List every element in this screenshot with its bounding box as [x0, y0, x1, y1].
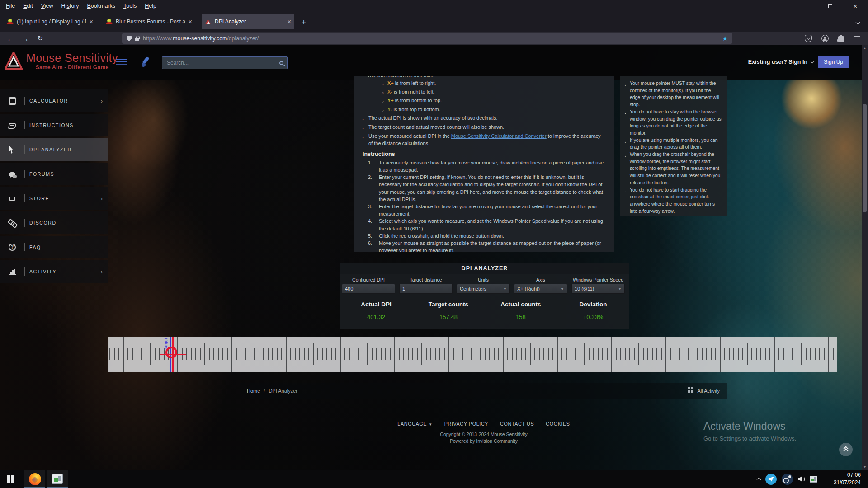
- tab-close-icon[interactable]: ×: [288, 18, 291, 25]
- sidebar-item-store[interactable]: STORE›: [0, 187, 108, 210]
- ruler-tick: [322, 348, 323, 360]
- new-tab-button[interactable]: +: [302, 18, 306, 27]
- menu-help[interactable]: Help: [141, 3, 160, 9]
- ruler-tick: [706, 348, 707, 360]
- tab-1-input-lag-display-lag-net[interactable]: (1) Input Lag / Display Lag / Net×: [4, 14, 96, 29]
- ruler-tick: [467, 348, 467, 360]
- sign-in-link[interactable]: Existing user? Sign In: [748, 59, 814, 65]
- scroll-up-arrow[interactable]: ▲: [862, 47, 868, 50]
- ruler-tick: [697, 348, 698, 360]
- tab-close-icon[interactable]: ×: [189, 18, 192, 25]
- site-menu-icon[interactable]: [116, 59, 127, 66]
- extensions-icon[interactable]: [838, 36, 844, 42]
- tab-close-icon[interactable]: ×: [90, 18, 93, 25]
- breadcrumb-home-link[interactable]: Home: [247, 388, 260, 394]
- sidebar-item-faq[interactable]: ?FAQ: [0, 236, 108, 258]
- sidebar-item-activity[interactable]: ACTIVITY›: [0, 260, 108, 283]
- taskbar-app-button[interactable]: [47, 470, 68, 488]
- target-distance-input[interactable]: [399, 284, 453, 294]
- chevron-down-icon: ▼: [618, 287, 622, 291]
- site-logo[interactable]: Mouse Sensitivity Same Aim - Different G…: [5, 52, 118, 70]
- result-label: Deviation: [557, 301, 629, 308]
- sidebar-item-discord[interactable]: DISCORD: [0, 211, 108, 234]
- note-item: ▪Your mouse pointer MUST stay within the…: [625, 80, 722, 108]
- search-icon[interactable]: [279, 61, 283, 65]
- menu-view[interactable]: View: [37, 3, 57, 9]
- tray-expand-icon[interactable]: [757, 478, 761, 482]
- ruler-tick: [589, 348, 590, 360]
- instruction-step: 5.Click the red crosshair, and hold the …: [368, 232, 606, 239]
- sidebar-item-instructions[interactable]: INSTRUCTIONS: [0, 114, 108, 136]
- menu-tools[interactable]: Tools: [119, 3, 141, 9]
- tab-dpi-analyzer[interactable]: DPI Analyzer×: [202, 14, 294, 29]
- clock-time: 07:06: [834, 471, 861, 479]
- telegram-icon[interactable]: [765, 474, 777, 485]
- ruler-tick: [417, 348, 418, 360]
- close-button[interactable]: ×: [843, 0, 868, 12]
- units-select[interactable]: Centimeters▼: [457, 284, 510, 294]
- windows-logo-icon: [7, 475, 14, 483]
- sidebar-item-forums[interactable]: FORUMS: [0, 163, 108, 185]
- url-bar[interactable]: https://www.mouse-sensitivity.com/dpiana…: [122, 33, 732, 44]
- account-icon[interactable]: [821, 35, 829, 42]
- menu-file[interactable]: File: [2, 3, 19, 9]
- minimize-button[interactable]: [792, 0, 817, 12]
- list-all-tabs-button[interactable]: [856, 21, 861, 25]
- footer-link-contact-us[interactable]: CONTACT US: [500, 421, 534, 427]
- ruler-tick: [421, 343, 422, 365]
- ruler-tick: [715, 348, 716, 360]
- tracking-shield-icon[interactable]: [127, 36, 132, 42]
- list-item: ○Y- is from top to bottom.: [382, 106, 606, 114]
- search-input[interactable]: [166, 59, 279, 66]
- sidebar-item-label: CALCULATOR: [29, 98, 68, 103]
- scrollbar-thumb[interactable]: [863, 104, 867, 212]
- lock-icon[interactable]: [135, 38, 139, 41]
- instruction-step: 6.Move your mouse as straight as possibl…: [368, 239, 606, 252]
- bookmark-star-icon[interactable]: ★: [722, 35, 728, 42]
- ruler-tick: [326, 348, 327, 360]
- ruler-tick: [118, 348, 119, 360]
- forward-button[interactable]: →: [19, 32, 32, 45]
- save-to-pocket-icon[interactable]: [805, 35, 812, 42]
- theme-brush-icon[interactable]: [141, 57, 152, 68]
- note-item: ▪You do not have to stay within the brow…: [625, 108, 722, 137]
- sign-up-button[interactable]: Sign Up: [818, 56, 849, 68]
- footer-link-language[interactable]: LANGUAGE▼: [397, 421, 432, 427]
- steam-icon[interactable]: [782, 474, 793, 485]
- axis-select[interactable]: X+ (Right)▼: [514, 284, 567, 294]
- ruler-tick: [141, 348, 142, 360]
- sidebar-item-calculator[interactable]: CALCULATOR›: [0, 89, 108, 112]
- footer-link-privacy-policy[interactable]: PRIVACY POLICY: [444, 421, 488, 427]
- ruler-tick: [340, 337, 341, 372]
- configured-dpi-input[interactable]: [342, 284, 395, 294]
- back-button[interactable]: ←: [4, 32, 17, 45]
- ruler-tick: [277, 348, 278, 360]
- start-button[interactable]: [0, 470, 21, 488]
- menu-edit[interactable]: Edit: [19, 3, 37, 9]
- volume-icon[interactable]: [798, 476, 805, 482]
- footer-link-cookies[interactable]: COOKIES: [546, 421, 570, 427]
- scrollbar[interactable]: ▲ ▼: [862, 45, 868, 470]
- menu-history[interactable]: History: [57, 3, 83, 9]
- windows-pointer-speed-select[interactable]: 10 (6/11)▼: [571, 284, 625, 294]
- sidebar-item-dpi-analyzer[interactable]: DPI ANALYZER: [0, 138, 108, 161]
- calculator-converter-link[interactable]: Mouse Sensitivity Calculator and Convert…: [451, 133, 547, 139]
- ruler-tick: [213, 348, 214, 360]
- back-to-top-button[interactable]: [839, 443, 853, 456]
- app-menu-icon[interactable]: [854, 35, 861, 42]
- taskbar-clock[interactable]: 07:06 31/07/2024: [834, 471, 861, 487]
- taskbar-firefox-button[interactable]: [24, 470, 45, 488]
- ruler-tick: [833, 348, 834, 360]
- red-crosshair[interactable]: [165, 347, 177, 358]
- reload-button[interactable]: ↻: [33, 32, 47, 45]
- scroll-down-arrow[interactable]: ▼: [862, 465, 868, 469]
- cart-icon: [9, 197, 15, 201]
- menu-bookmarks[interactable]: Bookmarks: [83, 3, 120, 9]
- tab-blur-busters-forums-post-a-repl[interactable]: Blur Busters Forums - Post a repl×: [103, 14, 195, 29]
- restore-button[interactable]: [817, 0, 843, 12]
- ruler-tick: [286, 337, 287, 372]
- site-search: [162, 56, 288, 69]
- tray-app-icon[interactable]: [810, 476, 817, 483]
- all-activity-link[interactable]: All Activity: [688, 388, 720, 394]
- instruction-step: 3.Enter the target distance for how far …: [368, 203, 606, 217]
